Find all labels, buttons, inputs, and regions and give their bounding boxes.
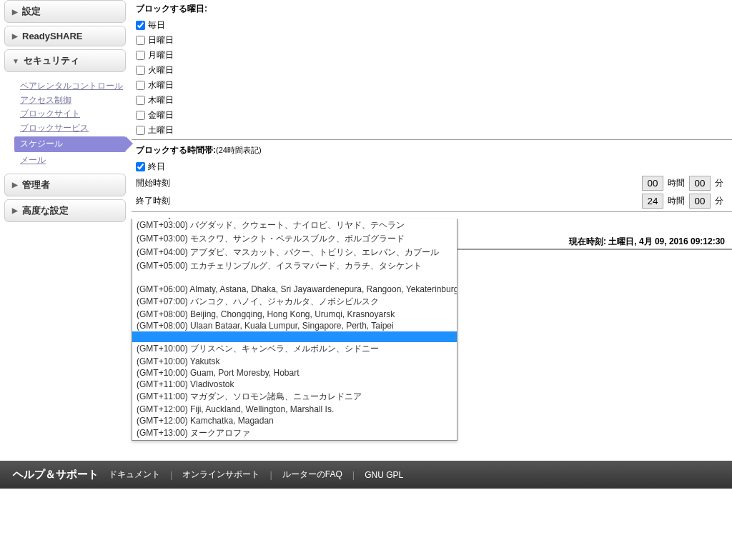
sidebar-item-block-service[interactable]: ブロックサービス xyxy=(20,123,126,134)
end-time-row: 終了時刻 時間 分 xyxy=(132,192,732,210)
nav-advanced[interactable]: ▶高度な設定 xyxy=(4,199,126,222)
timezone-option[interactable]: (GMT+03:00) バグダッド、クウェート、ナイロビ、リヤド、テヘラン xyxy=(132,219,457,232)
checkbox-wed[interactable] xyxy=(136,81,145,90)
day-label: 日曜日 xyxy=(148,34,174,46)
nav-settings[interactable]: ▶設定 xyxy=(4,0,126,23)
footer-docs[interactable]: ドキュメント xyxy=(109,469,160,481)
day-label: 月曜日 xyxy=(148,49,174,61)
nav-label: ReadySHARE xyxy=(22,31,83,41)
nav-readyshare[interactable]: ▶ReadySHARE xyxy=(4,26,126,46)
current-time: 現在時刻: 土曜日, 4月 09, 2016 09:12:30 xyxy=(569,236,725,248)
day-label: 土曜日 xyxy=(148,124,174,136)
sidebar-item-schedule[interactable]: スケジール xyxy=(14,136,126,152)
checkbox-sat[interactable] xyxy=(136,126,145,135)
allday-label: 終日 xyxy=(148,161,165,173)
day-label: 木曜日 xyxy=(148,94,174,106)
checkbox-everyday[interactable] xyxy=(136,21,145,30)
timezone-option[interactable]: (GMT+12:00) Kamchatka, Magadan xyxy=(132,415,457,426)
timezone-option[interactable]: (GMT+04:00) アブダビ、マスカット、バクー、トビリシ、エレバン、カブー… xyxy=(132,246,457,259)
timezone-option[interactable]: (GMT+05:00) エカチェリンブルグ、イスラマバード、カラチ、タシケント xyxy=(132,259,457,273)
start-time-row: 開始時刻 時間 分 xyxy=(132,174,732,192)
chevron-right-icon: ▶ xyxy=(12,8,18,16)
start-hour-input[interactable] xyxy=(642,176,663,191)
timezone-option[interactable]: (GMT+10:00) Yakutsk xyxy=(132,356,457,367)
block-time-title: ブロックする時間帯:(24時間表記) xyxy=(132,141,732,159)
security-subitems: ペアレンタルコントロール アクセス制御 ブロックサイト ブロックサービス スケジ… xyxy=(4,75,126,174)
timezone-option[interactable] xyxy=(132,273,457,284)
day-label: 水曜日 xyxy=(148,79,174,91)
day-label: 火曜日 xyxy=(148,64,174,76)
nav-label: 管理者 xyxy=(22,179,50,191)
hour-unit: 時間 xyxy=(668,195,685,207)
timezone-option[interactable]: (GMT+08:00) Beijing, Chongqing, Hong Kon… xyxy=(132,309,457,320)
chevron-right-icon: ▶ xyxy=(12,32,18,40)
timezone-option[interactable]: (GMT+08:00) Ulaan Bataar, Kuala Lumpur, … xyxy=(132,320,457,331)
timezone-option[interactable]: (GMT+07:00) バンコク、ハノイ、ジャカルタ、ノボシビルスク xyxy=(132,295,457,309)
checkbox-fri[interactable] xyxy=(136,111,145,120)
chevron-down-icon: ▼ xyxy=(12,57,19,65)
checkbox-mon[interactable] xyxy=(136,51,145,60)
footer: ヘルプ＆サポート ドキュメント| オンラインサポート| ルーターのFAQ| GN… xyxy=(0,461,732,489)
footer-faq[interactable]: ルーターのFAQ xyxy=(282,469,342,481)
sidebar-item-block-site[interactable]: ブロックサイト xyxy=(20,109,126,120)
sidebar-item-access[interactable]: アクセス制御 xyxy=(20,95,126,106)
timezone-option[interactable] xyxy=(132,331,457,342)
timezone-option[interactable]: (GMT+11:00) マガダン、ソロモン諸島、ニューカレドニア xyxy=(132,390,457,404)
timezone-option[interactable]: (GMT+12:00) Fiji, Auckland, Wellington, … xyxy=(132,404,457,415)
end-min-input[interactable] xyxy=(689,194,711,209)
nav-security[interactable]: ▼セキュリティ xyxy=(4,49,126,72)
sidebar: ▶設定 ▶ReadySHARE ▼セキュリティ ペアレンタルコントロール アクセ… xyxy=(4,0,126,225)
min-unit: 分 xyxy=(715,195,723,207)
divider xyxy=(132,211,732,212)
footer-title: ヘルプ＆サポート xyxy=(13,468,99,481)
footer-online[interactable]: オンラインサポート xyxy=(182,469,259,481)
start-label: 開始時刻 xyxy=(136,177,170,189)
checkbox-thu[interactable] xyxy=(136,96,145,105)
chevron-right-icon: ▶ xyxy=(12,206,18,214)
block-days-title: ブロックする曜日: xyxy=(132,0,732,18)
end-label: 終了時刻 xyxy=(136,195,170,207)
main-content: ブロックする曜日: 毎日 日曜日 月曜日 火曜日 水曜日 木曜日 金曜日 土曜日… xyxy=(132,0,732,247)
checkbox-tue[interactable] xyxy=(136,66,145,75)
min-unit: 分 xyxy=(715,177,723,189)
sidebar-item-mail[interactable]: メール xyxy=(20,155,126,166)
nav-label: 設定 xyxy=(22,5,41,18)
checkbox-allday[interactable] xyxy=(136,162,145,171)
divider xyxy=(132,139,732,140)
timezone-option[interactable]: (GMT+13:00) ヌークアロファ xyxy=(132,426,457,440)
nav-label: 高度な設定 xyxy=(22,204,69,217)
checkbox-sun[interactable] xyxy=(136,36,145,45)
timezone-option[interactable]: (GMT+11:00) Vladivostok xyxy=(132,379,457,390)
day-label: 毎日 xyxy=(148,19,165,31)
start-min-input[interactable] xyxy=(689,176,711,191)
nav-admin[interactable]: ▶管理者 xyxy=(4,174,126,196)
timezone-option[interactable]: (GMT+10:00) Guam, Port Moresby, Hobart xyxy=(132,367,457,379)
sidebar-item-parental[interactable]: ペアレンタルコントロール xyxy=(20,81,126,92)
timezone-dropdown: (GMT+03:00) バグダッド、クウェート、ナイロビ、リヤド、テヘラン(GM… xyxy=(132,219,458,441)
end-hour-input[interactable] xyxy=(642,194,663,209)
timezone-option[interactable]: (GMT+06:00) Almaty, Astana, Dhaka, Sri J… xyxy=(132,284,457,295)
timezone-option[interactable]: (GMT+10:00) ブリスベン、キャンベラ、メルボルン、シドニー xyxy=(132,342,457,356)
nav-label: セキュリティ xyxy=(24,54,79,67)
footer-gpl[interactable]: GNU GPL xyxy=(365,470,403,480)
timezone-option[interactable]: (GMT+03:00) モスクワ、サンクト・ペテルスブルク、ボルゴグラード xyxy=(132,232,457,246)
chevron-right-icon: ▶ xyxy=(12,181,18,189)
day-label: 金曜日 xyxy=(148,109,174,121)
hour-unit: 時間 xyxy=(668,177,685,189)
